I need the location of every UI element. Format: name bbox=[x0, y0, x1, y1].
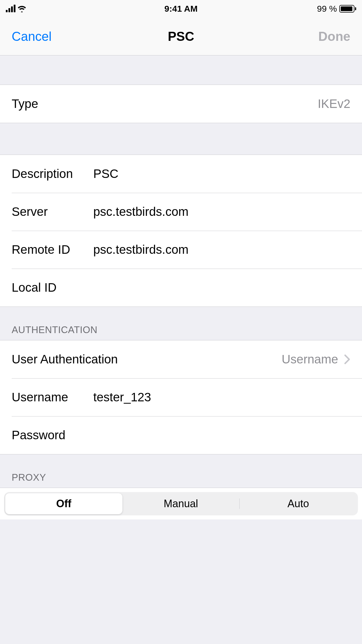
description-label: Description bbox=[12, 167, 93, 181]
proxy-segment-off[interactable]: Off bbox=[5, 493, 122, 514]
wifi-icon bbox=[17, 5, 27, 12]
status-time: 9:41 AM bbox=[164, 4, 198, 14]
server-label: Server bbox=[12, 205, 93, 219]
proxy-group: Off Manual Auto bbox=[0, 488, 362, 519]
cellular-signal-icon bbox=[6, 5, 15, 12]
done-button[interactable]: Done bbox=[318, 29, 350, 44]
status-bar: 9:41 AM 99 % bbox=[0, 0, 362, 18]
status-right: 99 % bbox=[317, 4, 356, 14]
type-label: Type bbox=[12, 97, 93, 111]
user-authentication-row[interactable]: User Authentication Username bbox=[0, 340, 362, 378]
proxy-segment-auto[interactable]: Auto bbox=[240, 493, 357, 514]
username-input[interactable] bbox=[93, 390, 350, 404]
battery-percentage: 99 % bbox=[317, 4, 337, 14]
server-row[interactable]: Server bbox=[0, 193, 362, 231]
config-group: Description Server Remote ID Local ID bbox=[0, 155, 362, 307]
type-group: Type IKEv2 bbox=[0, 85, 362, 123]
status-left bbox=[6, 5, 27, 12]
username-row[interactable]: Username bbox=[0, 378, 362, 416]
proxy-segment-manual[interactable]: Manual bbox=[122, 493, 240, 514]
description-row[interactable]: Description bbox=[0, 155, 362, 193]
description-input[interactable] bbox=[93, 167, 350, 181]
type-value: IKEv2 bbox=[318, 97, 350, 111]
password-label: Password bbox=[12, 428, 93, 442]
local-id-row[interactable]: Local ID bbox=[0, 269, 362, 307]
local-id-input[interactable] bbox=[93, 281, 350, 295]
battery-icon bbox=[339, 5, 356, 13]
server-input[interactable] bbox=[93, 205, 350, 219]
proxy-segmented-control: Off Manual Auto bbox=[4, 492, 358, 515]
remote-id-row[interactable]: Remote ID bbox=[0, 231, 362, 269]
proxy-header: PROXY bbox=[0, 454, 362, 488]
type-row[interactable]: Type IKEv2 bbox=[0, 85, 362, 123]
password-input[interactable] bbox=[93, 428, 350, 442]
cancel-button[interactable]: Cancel bbox=[12, 29, 52, 44]
local-id-label: Local ID bbox=[12, 281, 93, 295]
user-authentication-value: Username bbox=[282, 352, 338, 366]
username-label: Username bbox=[12, 390, 93, 404]
password-row[interactable]: Password bbox=[0, 416, 362, 454]
authentication-header: AUTHENTICATION bbox=[0, 307, 362, 340]
nav-bar: Cancel PSC Done bbox=[0, 18, 362, 55]
chevron-right-icon bbox=[344, 354, 350, 365]
auth-group: User Authentication Username Username Pa… bbox=[0, 340, 362, 454]
remote-id-label: Remote ID bbox=[12, 243, 93, 257]
user-authentication-label: User Authentication bbox=[12, 352, 118, 366]
remote-id-input[interactable] bbox=[93, 243, 350, 257]
page-title: PSC bbox=[168, 29, 194, 44]
